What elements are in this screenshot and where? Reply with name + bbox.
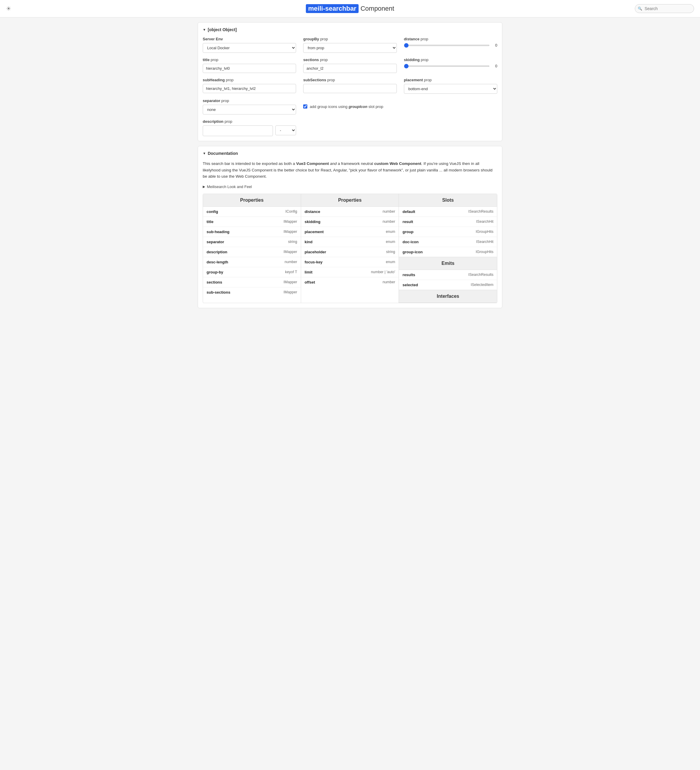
table-row: titleIMapper <box>203 217 301 227</box>
table-row: desc-lengthnumber <box>203 257 301 267</box>
sections-input[interactable] <box>303 64 397 73</box>
settings-panel: ▼ [object Object] Server Env Local Docke… <box>198 22 502 141</box>
laf-label: Meilisearch Look and Feel <box>207 184 252 189</box>
right-tables: Slots defaultISearchResultsresultISearch… <box>399 194 497 303</box>
title-input[interactable] <box>203 64 296 73</box>
table-row: resultISearchHit <box>399 217 497 227</box>
table-row: distancenumber <box>301 207 399 217</box>
group-by-select[interactable]: from prop none category <box>303 43 397 53</box>
sun-icon: ☀ <box>6 5 11 12</box>
page-title: meili-searchbar Component <box>306 4 394 13</box>
skidding-label: skidding prop <box>404 58 497 62</box>
look-and-feel-toggle[interactable]: ▶ Meilisearch Look and Feel <box>203 184 497 189</box>
separator-select[interactable]: none line dot <box>203 105 296 115</box>
left-table-body: configIConfigtitleIMappersub-headingIMap… <box>203 207 301 297</box>
placement-label: placement prop <box>404 78 497 82</box>
doc-collapse-icon[interactable]: ▼ <box>203 152 206 155</box>
middle-table-body: distancenumberskiddingnumberplacementenu… <box>301 207 399 287</box>
placement-select[interactable]: bottom-end bottom-start top-end top-star… <box>404 84 497 94</box>
server-env-field: Server Env Local Docker Production Stagi… <box>203 37 296 53</box>
table-row: selectedISelectedItem <box>399 280 497 290</box>
separator-field: separator prop none line dot <box>203 99 296 115</box>
table-row: placementenum <box>301 227 399 237</box>
distance-label: distance prop <box>404 37 497 41</box>
middle-table-header: Properties <box>301 194 399 207</box>
slots-body: defaultISearchResultsresultISearchHitgro… <box>399 207 497 257</box>
distance-value: 0 <box>492 43 497 47</box>
settings-panel-title: ▼ [object Object] <box>203 27 497 32</box>
separator-label: separator prop <box>203 99 296 103</box>
description-field: description prop - short long <box>203 119 296 136</box>
title-field: title prop <box>203 58 296 73</box>
title-suffix: Component <box>360 5 394 13</box>
emits-body: resultsISearchResultsselectedISelectedIt… <box>399 270 497 290</box>
sub-heading-label: subHeading prop <box>203 78 296 82</box>
table-row: resultsISearchResults <box>399 270 497 280</box>
distance-slider[interactable] <box>404 45 490 46</box>
server-env-label: Server Env <box>203 37 296 41</box>
table-row: configIConfig <box>203 207 301 217</box>
table-row: descriptionIMapper <box>203 247 301 257</box>
table-row: separatorstring <box>203 237 301 247</box>
description-label: description prop <box>203 119 296 124</box>
sub-sections-input[interactable] <box>303 84 397 93</box>
emits-header: Emits <box>399 257 497 270</box>
doc-body: This search bar is intended to be export… <box>203 160 497 180</box>
empty-placeholder <box>404 99 497 115</box>
sub-sections-field: subSections prop <box>303 78 397 94</box>
skidding-field: skidding prop 0 <box>404 58 497 73</box>
left-properties-table: Properties configIConfigtitleIMappersub-… <box>203 194 301 303</box>
table-row: limitnumber | 'auto' <box>301 267 399 277</box>
table-row: group-iconIGroupHits <box>399 247 497 257</box>
group-icons-label: add group icons using groupIcon slot pro… <box>310 104 383 109</box>
group-icons-checkbox[interactable] <box>303 104 307 108</box>
group-by-field: groupBy prop from prop none category <box>303 37 397 53</box>
middle-properties-table: Properties distancenumberskiddingnumberp… <box>301 194 399 303</box>
slots-table: Slots defaultISearchResultsresultISearch… <box>399 194 497 257</box>
table-row: groupIGroupHits <box>399 227 497 237</box>
table-row: placeholderstring <box>301 247 399 257</box>
description-select[interactable]: - short long <box>275 125 296 135</box>
table-row: sub-headingIMapper <box>203 227 301 237</box>
distance-field: distance prop 0 <box>404 37 497 53</box>
collapse-icon[interactable]: ▼ <box>203 28 206 31</box>
skidding-value: 0 <box>492 64 497 68</box>
search-area <box>635 4 694 13</box>
table-row: kindenum <box>301 237 399 247</box>
slots-header: Slots <box>399 194 497 207</box>
table-row: focus-keyenum <box>301 257 399 267</box>
left-table-header: Properties <box>203 194 301 207</box>
skidding-slider[interactable] <box>404 66 490 67</box>
sections-field: sections prop <box>303 58 397 73</box>
placement-field: placement prop bottom-end bottom-start t… <box>404 78 497 94</box>
interfaces-table: Interfaces <box>399 290 497 303</box>
header: ☀ meili-searchbar Component <box>0 0 700 18</box>
sub-heading-input[interactable] <box>203 84 296 93</box>
table-row: sub-sectionsIMapper <box>203 288 301 297</box>
table-row: skiddingnumber <box>301 217 399 227</box>
tables-container: Properties configIConfigtitleIMappersub-… <box>203 194 497 303</box>
table-row: group-bykeyof T <box>203 267 301 277</box>
description-input[interactable] <box>203 125 273 136</box>
title-highlight: meili-searchbar <box>306 4 359 13</box>
table-row: defaultISearchResults <box>399 207 497 217</box>
group-by-label: groupBy prop <box>303 37 397 41</box>
sections-label: sections prop <box>303 58 397 62</box>
interfaces-header: Interfaces <box>399 290 497 303</box>
doc-panel-title: ▼ Documentation <box>203 151 497 156</box>
server-env-select[interactable]: Local Docker Production Staging <box>203 43 296 53</box>
search-input[interactable] <box>635 4 694 13</box>
table-row: doc-iconISearchHit <box>399 237 497 247</box>
sub-sections-label: subSections prop <box>303 78 397 82</box>
doc-panel: ▼ Documentation This search bar is inten… <box>198 146 502 308</box>
table-row: offsetnumber <box>301 277 399 287</box>
table-row: sectionsIMapper <box>203 277 301 288</box>
sub-heading-field: subHeading prop <box>203 78 296 94</box>
emits-table: Emits resultsISearchResultsselectedISele… <box>399 257 497 290</box>
laf-collapse-icon: ▶ <box>203 185 205 189</box>
title-label: title prop <box>203 58 296 62</box>
group-icons-row: add group icons using groupIcon slot pro… <box>303 99 397 115</box>
